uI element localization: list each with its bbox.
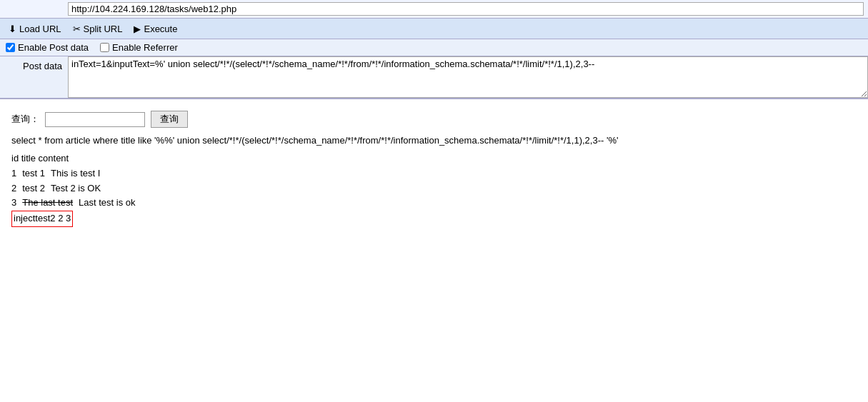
load-url-button[interactable]: ⬇ Load URL: [3, 22, 67, 36]
query-button[interactable]: 查询: [151, 111, 188, 128]
enable-referrer-checkbox[interactable]: [100, 43, 109, 52]
split-icon: ✂: [73, 24, 81, 34]
content-area: 查询： 查询 select * from article where title…: [0, 99, 868, 227]
execute-button[interactable]: ▶ Execute: [128, 22, 183, 36]
toolbar-row: ⬇ Load URL ✂ Split URL ▶ Execute: [0, 19, 868, 39]
sql-output: select * from article where title like '…: [11, 135, 857, 146]
table-row: 1 test 1 This is test I: [11, 166, 857, 181]
query-label: 查询：: [11, 113, 39, 126]
row1-title: test 1: [22, 166, 45, 181]
row1-id: 1: [11, 166, 16, 181]
inject-text: injecttest2 2 3: [14, 213, 71, 223]
load-url-label: Load URL: [19, 24, 61, 34]
enable-referrer-text: Enable Referrer: [112, 42, 178, 53]
results-header: id title content: [11, 151, 857, 166]
split-url-label: Split URL: [84, 24, 123, 34]
split-url-button[interactable]: ✂ Split URL: [67, 22, 129, 36]
table-row: 3 The last test Last test is ok: [11, 196, 857, 211]
enable-referrer-label[interactable]: Enable Referrer: [100, 42, 178, 53]
execute-label: Execute: [144, 24, 177, 34]
post-data-row: Post data: [0, 56, 868, 99]
load-icon: ⬇: [9, 24, 16, 34]
query-row: 查询： 查询: [11, 111, 857, 128]
row2-id: 2: [11, 181, 16, 196]
post-data-label: Post data: [0, 56, 68, 98]
execute-icon: ▶: [134, 24, 141, 34]
url-input[interactable]: [68, 2, 864, 16]
query-input[interactable]: [45, 112, 145, 127]
row3-title: The last test: [22, 196, 73, 211]
post-data-textarea[interactable]: [68, 56, 868, 98]
row2-content: Test 2 is OK: [51, 181, 101, 196]
enable-post-label[interactable]: Enable Post data: [6, 42, 89, 53]
row2-title: test 2: [22, 181, 45, 196]
inject-row: injecttest2 2 3: [11, 211, 857, 227]
results-area: id title content 1 test 1 This is test I…: [11, 151, 857, 227]
options-row: Enable Post data Enable Referrer: [0, 39, 868, 56]
row3-content: Last test is ok: [79, 196, 135, 211]
row1-content: This is test I: [51, 166, 100, 181]
url-bar: [0, 0, 868, 19]
row3-id: 3: [11, 196, 16, 211]
table-row: 2 test 2 Test 2 is OK: [11, 181, 857, 196]
enable-post-checkbox[interactable]: [6, 43, 15, 52]
toolbar: ⬇ Load URL ✂ Split URL ▶ Execute: [0, 0, 868, 39]
enable-post-text: Enable Post data: [18, 42, 89, 53]
inject-value: injecttest2 2 3: [11, 211, 73, 227]
